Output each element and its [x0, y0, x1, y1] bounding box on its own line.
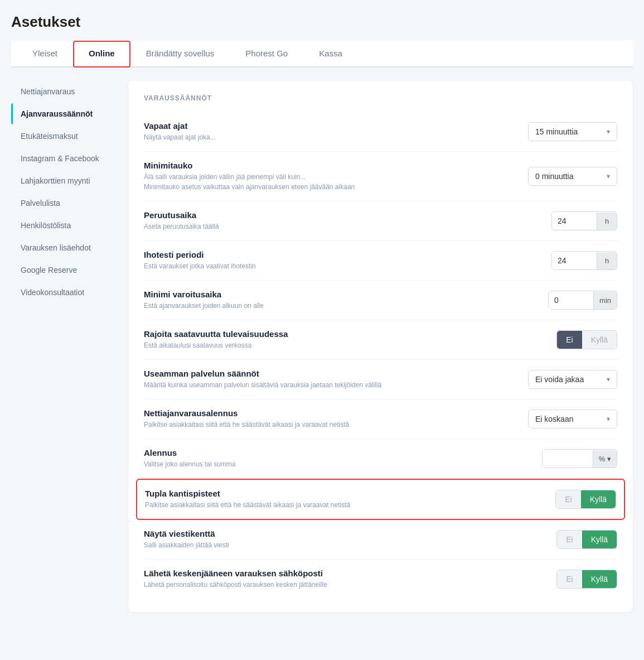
- setting-desc-alennus: Valitse joko alennus tai summa: [144, 459, 531, 469]
- setting-row-alennus: Alennus Valitse joko alennus tai summa %…: [144, 439, 617, 479]
- section-title: VARAUSSÄÄNNÖT: [144, 94, 617, 102]
- setting-name-rajoita-saatavuutta: Rajoita saatavuutta tulevaisuudessa: [144, 329, 545, 339]
- setting-row-rajoita-saatavuutta: Rajoita saatavuutta tulevaisuudessa Estä…: [144, 320, 617, 360]
- toggle-kylla-laheta-keskenjaaeneen[interactable]: Kyllä: [582, 570, 617, 588]
- page-title: Asetukset: [11, 13, 633, 31]
- setting-name-useamman-palvelun-saannot: Useamman palvelun säännöt: [144, 369, 517, 378]
- setting-row-useamman-palvelun-saannot: Useamman palvelun säännöt Määritä kuinka…: [144, 360, 617, 399]
- setting-row-ihotesti-periodi: Ihotesti periodi Estä varaukset jotka va…: [144, 241, 617, 281]
- tab-kassa[interactable]: Kassa: [303, 41, 358, 68]
- toggle-ei-nayta-viestikentta[interactable]: Ei: [557, 531, 582, 548]
- unit-ihotesti-periodi: h: [597, 252, 617, 269]
- sidebar-item-henkilostolista[interactable]: Henkilöstölista: [11, 215, 123, 236]
- toggle-laheta-keskenjaaeneen: Ei Kyllä: [556, 570, 617, 589]
- toggle-ei-laheta-keskenjaaeneen[interactable]: Ei: [557, 570, 582, 588]
- sidebar-item-varauksen-lisaehdot[interactable]: Varauksen lisäehdot: [11, 237, 123, 258]
- setting-desc-nayta-viestikentta: Salli asiakkaiden jättää viesti: [144, 540, 545, 550]
- sidebar-item-ajanvaraussaannot[interactable]: Ajanvaraussäännöt: [11, 103, 123, 124]
- sidebar-item-etukateismaksut[interactable]: Etukäteismaksut: [11, 126, 123, 147]
- setting-row-laheta-keskenjaaeneen: Lähetä keskenjääneen varauksen sähköpost…: [144, 560, 617, 599]
- sidebar-item-videokonsultaatiot[interactable]: Videokonsultaatiot: [11, 282, 123, 303]
- dropdown-nettiajanvarausalennus[interactable]: Ei koskaan ▾: [528, 410, 617, 428]
- tab-brandatty[interactable]: Brändätty sovellus: [130, 41, 230, 68]
- input-minimi-varoitusaika: min: [548, 291, 617, 310]
- tab-online[interactable]: Online: [73, 41, 130, 68]
- tabs-bar: Yleiset Online Brändätty sovellus Phores…: [11, 41, 633, 68]
- setting-desc-rajoita-saatavuutta: Estä aikataulusi saatavuus verkossa: [144, 340, 545, 350]
- sidebar-item-lahjakorttien-myynti[interactable]: Lahjakorttien myynti: [11, 170, 123, 191]
- percent-unit-alennus[interactable]: % ▾: [593, 450, 617, 468]
- setting-name-minimitauko: Minimitauko: [144, 161, 517, 170]
- setting-row-nayta-viestikentta: Näytä viestikenttä Salli asiakkaiden jät…: [144, 520, 617, 560]
- setting-row-tupla-kantispisteet: Tupla kantispisteet Palkitse asiakkaitas…: [136, 479, 625, 520]
- chevron-down-icon: ▾: [607, 128, 610, 136]
- setting-name-alennus: Alennus: [144, 448, 531, 457]
- setting-desc-nettiajanvarausalennus: Palkitse asiakkaitasi siitä että he sääs…: [144, 420, 517, 430]
- dropdown-useamman-palvelun-saannot[interactable]: Ei voida jakaa ▾: [528, 370, 617, 389]
- toggle-kylla-nayta-viestikentta[interactable]: Kyllä: [582, 531, 617, 548]
- input-alennus: % ▾: [542, 449, 617, 468]
- toggle-nayta-viestikentta: Ei Kyllä: [556, 530, 617, 549]
- chevron-down-icon: ▾: [607, 172, 610, 180]
- dropdown-minimitauko[interactable]: 0 minuuttia ▾: [528, 167, 617, 186]
- toggle-rajoita-saatavuutta: Ei Kyllä: [556, 330, 617, 349]
- setting-desc-vapaat-ajat: Näytä vapaat ajat joka...: [144, 132, 517, 142]
- unit-peruutusaika: h: [597, 213, 617, 230]
- setting-desc-peruutusaika: Aseta peruutusaika täällä: [144, 221, 540, 232]
- setting-desc-laheta-keskenjaaeneen: Lähetä personalisoitu sähköposti varauks…: [144, 580, 545, 590]
- tab-yleiset[interactable]: Yleiset: [17, 41, 73, 68]
- toggle-ei-rajoita-saatavuutta[interactable]: Ei: [557, 331, 582, 349]
- setting-desc-minimi-varoitusaika: Estä ajanvaraukset joiden alkuun on alle: [144, 301, 537, 311]
- setting-name-nettiajanvarausalennus: Nettiajanvarausalennus: [144, 408, 517, 418]
- setting-row-minimi-varoitusaika: Minimi varoitusaika Estä ajanvaraukset j…: [144, 281, 617, 320]
- setting-row-minimitauko: Minimitauko Älä salli varauksia joiden v…: [144, 152, 617, 201]
- setting-desc-tupla-kantispisteet: Palkitse asiakkaitasi siitä että he sääs…: [145, 500, 544, 510]
- input-field-minimi-varoitusaika[interactable]: [549, 291, 593, 309]
- setting-desc-useamman-palvelun-saannot: Määritä kuinka useamman palvelun sisältä…: [144, 380, 517, 390]
- setting-row-nettiajanvarausalennus: Nettiajanvarausalennus Palkitse asiakkai…: [144, 399, 617, 439]
- input-field-ihotesti-periodi[interactable]: [552, 252, 597, 269]
- sidebar-item-palvelulista[interactable]: Palvelulista: [11, 192, 123, 214]
- setting-name-minimi-varoitusaika: Minimi varoitusaika: [144, 290, 537, 299]
- input-field-peruutusaika[interactable]: [552, 212, 597, 230]
- toggle-ei-tupla-kantispisteet[interactable]: Ei: [556, 490, 580, 508]
- sidebar-item-instagram-facebook[interactable]: Instagram & Facebook: [11, 148, 123, 169]
- setting-name-ihotesti-periodi: Ihotesti periodi: [144, 250, 540, 259]
- input-peruutusaika: h: [551, 211, 617, 230]
- setting-desc-ihotesti-periodi: Estä varaukset jotka vaativat ihotestin: [144, 261, 540, 271]
- main-content: VARAUSSÄÄNNÖT Vapaat ajat Näytä vapaat a…: [128, 81, 633, 612]
- setting-name-vapaat-ajat: Vapaat ajat: [144, 121, 517, 131]
- toggle-kylla-tupla-kantispisteet[interactable]: Kyllä: [581, 490, 616, 508]
- setting-row-peruutusaika: Peruutusaika Aseta peruutusaika täällä h: [144, 201, 617, 241]
- sidebar: Nettiajanvaraus Ajanvaraussäännöt Etukät…: [11, 81, 128, 612]
- chevron-down-icon: ▾: [607, 375, 610, 383]
- chevron-down-icon: ▾: [607, 415, 610, 423]
- content-area: Nettiajanvaraus Ajanvaraussäännöt Etukät…: [11, 81, 633, 612]
- dropdown-vapaat-ajat[interactable]: 15 minuuttia ▾: [528, 122, 617, 141]
- input-field-alennus[interactable]: [543, 450, 593, 468]
- toggle-tupla-kantispisteet: Ei Kyllä: [555, 490, 616, 509]
- setting-name-nayta-viestikentta: Näytä viestikenttä: [144, 529, 545, 538]
- setting-row-vapaat-ajat: Vapaat ajat Näytä vapaat ajat joka... 15…: [144, 112, 617, 152]
- sidebar-item-nettiajanvaraus[interactable]: Nettiajanvaraus: [11, 81, 123, 102]
- tab-phorest-go[interactable]: Phorest Go: [230, 41, 303, 68]
- setting-desc-minimitauko: Älä salli varauksia joiden väliin jää pi…: [144, 172, 517, 192]
- setting-name-tupla-kantispisteet: Tupla kantispisteet: [145, 489, 544, 498]
- setting-name-peruutusaika: Peruutusaika: [144, 210, 540, 220]
- toggle-kylla-rajoita-saatavuutta[interactable]: Kyllä: [582, 331, 617, 349]
- sidebar-item-google-reserve[interactable]: Google Reserve: [11, 259, 123, 281]
- unit-minimi-varoitusaika: min: [593, 292, 617, 309]
- input-ihotesti-periodi: h: [551, 251, 617, 270]
- setting-name-laheta-keskenjaaeneen: Lähetä keskenjääneen varauksen sähköpost…: [144, 569, 545, 578]
